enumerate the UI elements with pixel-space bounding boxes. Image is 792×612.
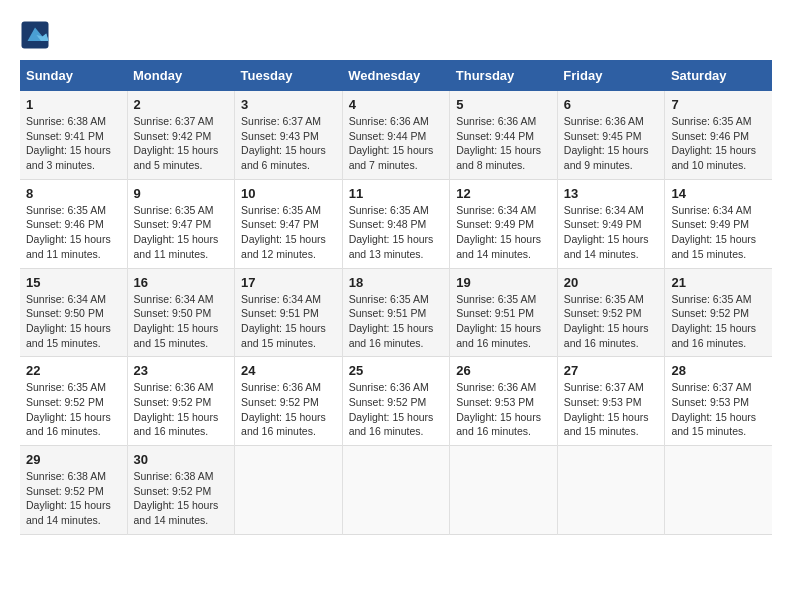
day-number: 27 [564,363,659,378]
day-number: 8 [26,186,121,201]
week-row-5: 29 Sunrise: 6:38 AM Sunset: 9:52 PM Dayl… [20,446,772,535]
day-info: Sunrise: 6:35 AM Sunset: 9:52 PM Dayligh… [671,292,766,351]
calendar-cell: 11 Sunrise: 6:35 AM Sunset: 9:48 PM Dayl… [342,179,450,268]
day-info: Sunrise: 6:38 AM Sunset: 9:52 PM Dayligh… [134,469,229,528]
calendar-cell: 6 Sunrise: 6:36 AM Sunset: 9:45 PM Dayli… [557,91,665,179]
calendar-cell: 30 Sunrise: 6:38 AM Sunset: 9:52 PM Dayl… [127,446,235,535]
day-number: 17 [241,275,336,290]
day-number: 4 [349,97,444,112]
day-info: Sunrise: 6:37 AM Sunset: 9:43 PM Dayligh… [241,114,336,173]
day-number: 3 [241,97,336,112]
day-info: Sunrise: 6:37 AM Sunset: 9:53 PM Dayligh… [671,380,766,439]
day-info: Sunrise: 6:35 AM Sunset: 9:47 PM Dayligh… [134,203,229,262]
week-row-3: 15 Sunrise: 6:34 AM Sunset: 9:50 PM Dayl… [20,268,772,357]
day-number: 18 [349,275,444,290]
day-info: Sunrise: 6:35 AM Sunset: 9:47 PM Dayligh… [241,203,336,262]
day-number: 21 [671,275,766,290]
calendar-cell: 22 Sunrise: 6:35 AM Sunset: 9:52 PM Dayl… [20,357,127,446]
day-info: Sunrise: 6:38 AM Sunset: 9:52 PM Dayligh… [26,469,121,528]
column-header-monday: Monday [127,60,235,91]
day-info: Sunrise: 6:36 AM Sunset: 9:53 PM Dayligh… [456,380,551,439]
day-info: Sunrise: 6:36 AM Sunset: 9:45 PM Dayligh… [564,114,659,173]
day-info: Sunrise: 6:35 AM Sunset: 9:52 PM Dayligh… [564,292,659,351]
calendar-cell [665,446,772,535]
column-header-sunday: Sunday [20,60,127,91]
day-number: 26 [456,363,551,378]
day-number: 7 [671,97,766,112]
calendar-cell: 5 Sunrise: 6:36 AM Sunset: 9:44 PM Dayli… [450,91,558,179]
day-number: 12 [456,186,551,201]
calendar-cell: 20 Sunrise: 6:35 AM Sunset: 9:52 PM Dayl… [557,268,665,357]
calendar-cell: 25 Sunrise: 6:36 AM Sunset: 9:52 PM Dayl… [342,357,450,446]
calendar-cell: 19 Sunrise: 6:35 AM Sunset: 9:51 PM Dayl… [450,268,558,357]
calendar-cell: 24 Sunrise: 6:36 AM Sunset: 9:52 PM Dayl… [235,357,343,446]
day-info: Sunrise: 6:34 AM Sunset: 9:50 PM Dayligh… [26,292,121,351]
day-info: Sunrise: 6:36 AM Sunset: 9:44 PM Dayligh… [456,114,551,173]
calendar-cell [342,446,450,535]
calendar-cell: 3 Sunrise: 6:37 AM Sunset: 9:43 PM Dayli… [235,91,343,179]
week-row-2: 8 Sunrise: 6:35 AM Sunset: 9:46 PM Dayli… [20,179,772,268]
column-header-thursday: Thursday [450,60,558,91]
calendar-cell [235,446,343,535]
calendar-cell: 26 Sunrise: 6:36 AM Sunset: 9:53 PM Dayl… [450,357,558,446]
day-info: Sunrise: 6:37 AM Sunset: 9:53 PM Dayligh… [564,380,659,439]
calendar-cell: 9 Sunrise: 6:35 AM Sunset: 9:47 PM Dayli… [127,179,235,268]
calendar-cell: 1 Sunrise: 6:38 AM Sunset: 9:41 PM Dayli… [20,91,127,179]
day-number: 6 [564,97,659,112]
day-info: Sunrise: 6:37 AM Sunset: 9:42 PM Dayligh… [134,114,229,173]
day-number: 19 [456,275,551,290]
day-info: Sunrise: 6:35 AM Sunset: 9:46 PM Dayligh… [26,203,121,262]
calendar-cell: 29 Sunrise: 6:38 AM Sunset: 9:52 PM Dayl… [20,446,127,535]
day-number: 9 [134,186,229,201]
calendar-cell: 21 Sunrise: 6:35 AM Sunset: 9:52 PM Dayl… [665,268,772,357]
day-info: Sunrise: 6:34 AM Sunset: 9:51 PM Dayligh… [241,292,336,351]
day-number: 15 [26,275,121,290]
day-number: 22 [26,363,121,378]
week-row-1: 1 Sunrise: 6:38 AM Sunset: 9:41 PM Dayli… [20,91,772,179]
calendar-cell: 14 Sunrise: 6:34 AM Sunset: 9:49 PM Dayl… [665,179,772,268]
column-header-saturday: Saturday [665,60,772,91]
day-number: 14 [671,186,766,201]
calendar-cell: 15 Sunrise: 6:34 AM Sunset: 9:50 PM Dayl… [20,268,127,357]
calendar-cell: 10 Sunrise: 6:35 AM Sunset: 9:47 PM Dayl… [235,179,343,268]
day-number: 16 [134,275,229,290]
day-info: Sunrise: 6:35 AM Sunset: 9:51 PM Dayligh… [456,292,551,351]
day-info: Sunrise: 6:35 AM Sunset: 9:52 PM Dayligh… [26,380,121,439]
day-number: 5 [456,97,551,112]
day-info: Sunrise: 6:34 AM Sunset: 9:49 PM Dayligh… [671,203,766,262]
day-info: Sunrise: 6:36 AM Sunset: 9:44 PM Dayligh… [349,114,444,173]
calendar-cell: 28 Sunrise: 6:37 AM Sunset: 9:53 PM Dayl… [665,357,772,446]
day-info: Sunrise: 6:35 AM Sunset: 9:48 PM Dayligh… [349,203,444,262]
day-number: 11 [349,186,444,201]
logo-icon [20,20,50,50]
calendar-cell [450,446,558,535]
day-number: 29 [26,452,121,467]
day-number: 2 [134,97,229,112]
calendar-table: SundayMondayTuesdayWednesdayThursdayFrid… [20,60,772,535]
page-header [20,20,772,50]
day-number: 10 [241,186,336,201]
calendar-cell: 16 Sunrise: 6:34 AM Sunset: 9:50 PM Dayl… [127,268,235,357]
week-row-4: 22 Sunrise: 6:35 AM Sunset: 9:52 PM Dayl… [20,357,772,446]
day-number: 23 [134,363,229,378]
calendar-cell: 7 Sunrise: 6:35 AM Sunset: 9:46 PM Dayli… [665,91,772,179]
logo [20,20,56,50]
calendar-header-row: SundayMondayTuesdayWednesdayThursdayFrid… [20,60,772,91]
column-header-friday: Friday [557,60,665,91]
calendar-cell: 12 Sunrise: 6:34 AM Sunset: 9:49 PM Dayl… [450,179,558,268]
calendar-cell: 8 Sunrise: 6:35 AM Sunset: 9:46 PM Dayli… [20,179,127,268]
calendar-cell: 2 Sunrise: 6:37 AM Sunset: 9:42 PM Dayli… [127,91,235,179]
day-info: Sunrise: 6:34 AM Sunset: 9:50 PM Dayligh… [134,292,229,351]
day-info: Sunrise: 6:36 AM Sunset: 9:52 PM Dayligh… [134,380,229,439]
calendar-cell: 4 Sunrise: 6:36 AM Sunset: 9:44 PM Dayli… [342,91,450,179]
calendar-cell: 27 Sunrise: 6:37 AM Sunset: 9:53 PM Dayl… [557,357,665,446]
day-number: 24 [241,363,336,378]
calendar-cell: 13 Sunrise: 6:34 AM Sunset: 9:49 PM Dayl… [557,179,665,268]
day-number: 20 [564,275,659,290]
day-info: Sunrise: 6:38 AM Sunset: 9:41 PM Dayligh… [26,114,121,173]
day-info: Sunrise: 6:34 AM Sunset: 9:49 PM Dayligh… [456,203,551,262]
day-info: Sunrise: 6:36 AM Sunset: 9:52 PM Dayligh… [349,380,444,439]
day-number: 28 [671,363,766,378]
day-number: 13 [564,186,659,201]
calendar-cell: 18 Sunrise: 6:35 AM Sunset: 9:51 PM Dayl… [342,268,450,357]
